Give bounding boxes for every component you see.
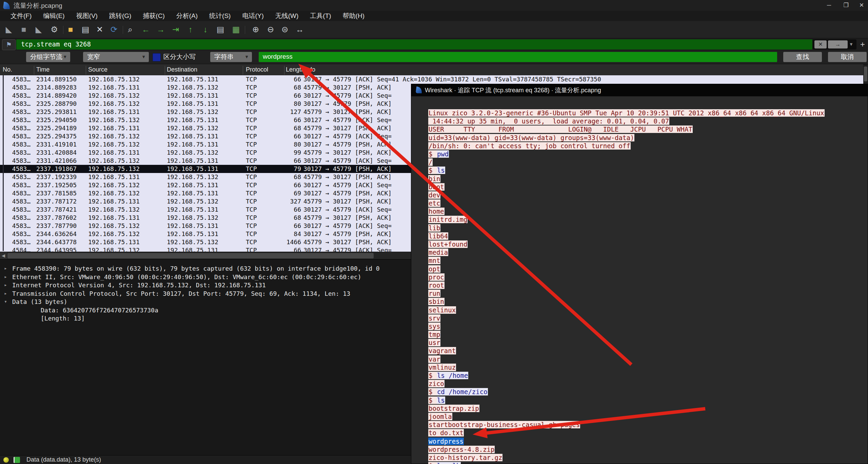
- zoom-in-icon[interactable]: ⊕: [250, 24, 262, 35]
- stream-line: sys: [428, 322, 866, 330]
- stop-capture-icon[interactable]: ■: [18, 24, 30, 35]
- column-header-source[interactable]: Source: [88, 66, 107, 73]
- column-divider[interactable]: [284, 66, 284, 75]
- capture-comment-icon[interactable]: [14, 457, 20, 463]
- go-to-packet-icon[interactable]: ⇥: [170, 24, 182, 35]
- cell-src: 192.168.75.132: [88, 141, 140, 148]
- close-file-icon[interactable]: ✕: [94, 24, 106, 35]
- column-divider[interactable]: [86, 66, 86, 75]
- cell-len: 66: [268, 157, 301, 164]
- column-divider[interactable]: [303, 66, 304, 75]
- wireshark-logo-icon: [3, 2, 11, 9]
- cell-dst: 192.168.75.131: [167, 222, 218, 229]
- resize-columns-icon[interactable]: ↔: [294, 24, 306, 35]
- find-packet-icon[interactable]: ⌕: [124, 24, 136, 35]
- dialog-title-bar[interactable]: Wireshark · 追踪 TCP 流 (tcp.stream eq 3268…: [411, 84, 868, 96]
- filter-clear-icon[interactable]: ✕: [814, 40, 827, 49]
- find-query-value: wordpress: [263, 53, 293, 60]
- cell-src: 192.168.75.131: [88, 124, 140, 132]
- main-toolbar: ◣■◣⚙■▤✕⟳⌕←→⇥↑↓▤▦⊕⊖⊜↔: [0, 21, 868, 38]
- find-button[interactable]: 查找: [783, 52, 822, 62]
- find-type-dropdown[interactable]: 字符串 ▼: [210, 52, 252, 62]
- find-width-dropdown[interactable]: 宽窄 ▼: [83, 52, 149, 62]
- scroll-left-arrow-icon[interactable]: ◀: [0, 252, 7, 259]
- cell-proto: TCP: [246, 198, 257, 205]
- expand-icon[interactable]: ▸: [4, 265, 7, 271]
- filter-bookmark-icon[interactable]: ⚑: [2, 39, 16, 50]
- column-header-protocol[interactable]: Protocol: [246, 66, 268, 73]
- cell-len: 66: [268, 133, 301, 140]
- expert-info-icon[interactable]: [3, 457, 9, 463]
- menu-item-6[interactable]: 统计(S): [203, 11, 236, 21]
- horizontal-scrollbar-thumb[interactable]: [7, 253, 374, 258]
- find-scope-dropdown[interactable]: 分组字节流 ▼: [26, 52, 70, 62]
- menu-item-8[interactable]: 无线(W): [270, 11, 304, 21]
- cancel-button[interactable]: 取消: [828, 52, 867, 62]
- column-header-time[interactable]: Time: [36, 66, 50, 73]
- display-filter-input[interactable]: tcp.stream eq 3268: [16, 39, 812, 50]
- cell-no: 4583…: [0, 214, 31, 221]
- wireshark-logo-icon: [416, 86, 423, 93]
- cell-info: 30127 → 45779 [PSH, ACK]: [303, 230, 392, 237]
- packet-row[interactable]: 4583…2314.889150192.168.75.132192.168.75…: [0, 75, 868, 83]
- go-forward-icon[interactable]: →: [155, 24, 167, 35]
- server-output-text: wordpress-4.8.zip: [428, 446, 495, 453]
- server-output-text: bootstrap.zip: [428, 405, 479, 412]
- open-file-icon[interactable]: ■: [64, 24, 77, 35]
- restart-capture-icon[interactable]: ◣: [33, 24, 45, 35]
- menu-item-5[interactable]: 分析(A): [171, 11, 203, 21]
- expand-icon[interactable]: ▸: [4, 282, 7, 288]
- cell-dst: 192.168.75.132: [167, 124, 218, 132]
- packet-list-header[interactable]: No.TimeSourceDestinationProtocolLengtlIn…: [0, 64, 868, 76]
- collapse-icon[interactable]: ▾: [4, 298, 7, 305]
- filter-history-caret-icon[interactable]: ▼: [849, 40, 853, 49]
- case-sensitive-checkbox[interactable]: [153, 53, 161, 61]
- cell-dst: 192.168.75.131: [167, 247, 218, 252]
- stream-line: opt: [428, 265, 866, 273]
- menu-item-0[interactable]: 文件(F): [5, 11, 37, 21]
- cell-src: 192.168.75.132: [88, 181, 140, 189]
- save-file-icon[interactable]: ▤: [79, 24, 92, 35]
- go-back-icon[interactable]: ←: [140, 24, 152, 35]
- go-top-icon[interactable]: ↑: [184, 24, 197, 35]
- column-divider[interactable]: [34, 66, 34, 75]
- menu-item-7[interactable]: 电话(Y): [236, 11, 269, 21]
- colorize-icon[interactable]: ▦: [230, 24, 242, 35]
- capture-options-icon[interactable]: ⚙: [48, 24, 60, 35]
- menu-item-2[interactable]: 视图(V): [71, 11, 103, 21]
- client-command-text: ls /home: [437, 372, 469, 379]
- menu-item-10[interactable]: 帮助(H): [337, 11, 370, 21]
- stream-line: zico: [428, 380, 866, 388]
- cell-info: 30127 → 45779 [PSH, ACK]: [303, 165, 392, 172]
- menu-item-1[interactable]: 编辑(E): [37, 11, 70, 21]
- go-bottom-icon[interactable]: ↓: [199, 24, 212, 35]
- find-input[interactable]: wordpress: [259, 52, 777, 62]
- column-header-no[interactable]: No.: [3, 66, 12, 73]
- close-button[interactable]: ✕: [854, 0, 868, 11]
- zoom-out-icon[interactable]: ⊖: [264, 24, 277, 35]
- column-divider[interactable]: [165, 66, 165, 75]
- cell-src: 192.168.75.132: [88, 157, 140, 164]
- minimize-button[interactable]: ─: [821, 0, 837, 11]
- column-header-lengtl[interactable]: Lengtl: [286, 66, 302, 73]
- column-header-info[interactable]: Info: [305, 66, 315, 73]
- maximize-button[interactable]: ❐: [838, 0, 854, 11]
- stream-line: $ ls: [428, 166, 866, 174]
- menu-item-3[interactable]: 跳转(G): [103, 11, 137, 21]
- menu-item-4[interactable]: 捕获(C): [137, 11, 170, 21]
- expand-icon[interactable]: ▸: [4, 274, 7, 280]
- menu-item-9[interactable]: 工具(T): [304, 11, 337, 21]
- vertical-scrollbar[interactable]: [863, 64, 868, 84]
- cell-len: 66: [268, 76, 301, 83]
- auto-scroll-icon[interactable]: ▤: [214, 24, 226, 35]
- filter-apply-icon[interactable]: →: [828, 40, 848, 49]
- zoom-reset-icon[interactable]: ⊜: [279, 24, 291, 35]
- stream-line: $ pwd: [428, 150, 866, 158]
- filter-add-button[interactable]: +: [859, 40, 867, 49]
- start-capture-icon[interactable]: ◣: [3, 24, 15, 35]
- expand-icon[interactable]: ▸: [4, 290, 7, 296]
- reload-file-icon[interactable]: ⟳: [108, 24, 120, 35]
- column-header-destination[interactable]: Destination: [167, 66, 197, 73]
- vertical-scrollbar-thumb[interactable]: [864, 66, 867, 81]
- column-divider[interactable]: [243, 66, 243, 75]
